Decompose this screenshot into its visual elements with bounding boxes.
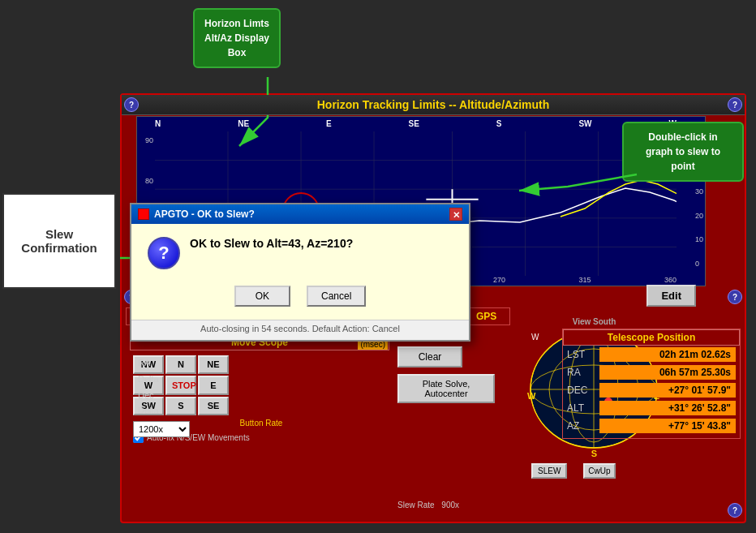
dialog-content: ? OK to Slew to Alt=43, Az=210? OK Cance…: [131, 224, 469, 320]
lst-value: 02h 21m 02.62s: [599, 347, 736, 362]
alt-label: ALT: [567, 402, 599, 414]
e-button[interactable]: E: [198, 376, 229, 395]
delta-label: Delta: [138, 372, 159, 388]
dialog-title-icon: [138, 208, 149, 220]
dec-label: DEC: [567, 385, 599, 396]
horizon-annotation-text: Horizon LimtsAlt/Az DisplayBox: [204, 18, 269, 58]
window-title-bar: Horizon Tracking Limits -- Altitude/Azim…: [122, 95, 745, 115]
y-right-10: 10: [695, 235, 703, 243]
sphere-west: W: [527, 391, 535, 401]
deg-270: 270: [493, 276, 505, 284]
az-value: +77° 15' 43.8": [599, 419, 736, 433]
alt-row: ALT +31° 26' 52.8": [563, 399, 740, 417]
compass-se: SE: [409, 119, 419, 128]
dialog-cancel-button[interactable]: Cancel: [307, 286, 366, 307]
dialog-buttons: OK Cancel: [148, 279, 453, 313]
help-button-bottomright[interactable]: ?: [728, 503, 742, 518]
move-scope-section: Move Scope NW N NE W STOP E SW S SE RA D…: [130, 334, 389, 443]
lst-label: LST: [567, 349, 599, 360]
n-button[interactable]: N: [165, 355, 196, 374]
ra-pos-value: 06h 57m 25.30s: [599, 365, 736, 380]
edit-button[interactable]: Edit: [646, 285, 696, 307]
delta2-label: Delta: [138, 403, 159, 419]
slew-dialog: APGTO - OK to Slew? ✕ ? OK to Slew to Al…: [130, 203, 470, 342]
double-click-annotation-box: Double-click ingraph to slew topoint: [622, 122, 744, 182]
dialog-auto-close-text: Auto-closing in 54 seconds. Default Acti…: [131, 320, 469, 340]
compass-ne: NE: [238, 119, 249, 128]
az-row: AZ +77° 15' 43.8": [563, 417, 740, 435]
deg-315: 315: [578, 276, 591, 284]
slew-button[interactable]: SLEW: [531, 463, 567, 479]
az-label: AZ: [567, 420, 599, 432]
cwup-button[interactable]: CwUp: [583, 463, 615, 479]
lst-row: LST 02h 21m 02.62s: [563, 346, 740, 363]
tel-pos-title: Telescope Position: [563, 329, 740, 346]
y-right-20: 20: [695, 212, 703, 220]
y-right-0: 0: [695, 260, 703, 268]
window-title-text: Horizon Tracking Limits -- Altitude/Azim…: [317, 98, 549, 111]
slew-confirmation-text: Slew Confirmation: [21, 227, 97, 255]
sphere-south: S: [591, 449, 597, 458]
help-button-midright[interactable]: ?: [728, 290, 742, 304]
dialog-question-icon: ?: [148, 237, 180, 269]
help-button-topright[interactable]: ?: [728, 97, 742, 112]
action-buttons: Clear Plate Solve, Autocenter: [397, 346, 495, 403]
se-button[interactable]: SE: [198, 397, 229, 415]
y-label-90: 90: [137, 136, 155, 144]
stop-button[interactable]: STOP: [165, 376, 196, 395]
dec-value: +27° 01' 57.9": [599, 383, 736, 398]
slew-rate-section: Slew Rate 900x: [397, 501, 459, 509]
ra-pos-label: RA: [567, 367, 599, 378]
help-button-topleft[interactable]: ?: [124, 97, 139, 112]
dec-row: DEC +27° 01' 57.9": [563, 381, 740, 399]
compass-sw: SW: [578, 119, 591, 128]
view-south-label: View South: [573, 317, 616, 326]
alt-value: +31° 26' 52.8": [599, 401, 736, 415]
ra-row: RA 06h 57m 25.30s: [563, 363, 740, 381]
dialog-titlebar: APGTO - OK to Slew? ✕: [131, 204, 469, 224]
sphere-w-label: W: [531, 333, 539, 342]
dec-label: Dec: [138, 388, 159, 404]
dialog-ok-button[interactable]: OK: [234, 286, 290, 307]
ne-button[interactable]: NE: [198, 355, 229, 374]
compass-s: S: [496, 119, 502, 128]
rate-select[interactable]: 1200x: [133, 421, 190, 437]
dialog-message: OK to Slew to Alt=43, Az=210?: [190, 237, 353, 250]
y-label-80: 80: [137, 177, 155, 185]
ra-label: RA: [138, 355, 159, 372]
slew-confirmation-annotation: Slew Confirmation: [2, 193, 116, 289]
dialog-close-button[interactable]: ✕: [449, 208, 462, 221]
deg-360: 360: [664, 276, 677, 284]
horizon-annotation-box: Horizon LimtsAlt/Az DisplayBox: [193, 8, 281, 68]
compass-e: E: [326, 119, 332, 128]
dialog-title-text: APGTO - OK to Slew?: [154, 208, 255, 220]
s-button[interactable]: S: [165, 397, 196, 415]
y-right-30: 30: [695, 187, 703, 196]
plate-solve-button[interactable]: Plate Solve, Autocenter: [397, 374, 495, 403]
telescope-position-panel: Telescope Position LST 02h 21m 02.62s RA…: [562, 329, 741, 439]
clear-button[interactable]: Clear: [397, 346, 462, 368]
compass-n: N: [155, 119, 161, 128]
double-click-annotation-text: Double-click ingraph to slew topoint: [646, 131, 720, 172]
